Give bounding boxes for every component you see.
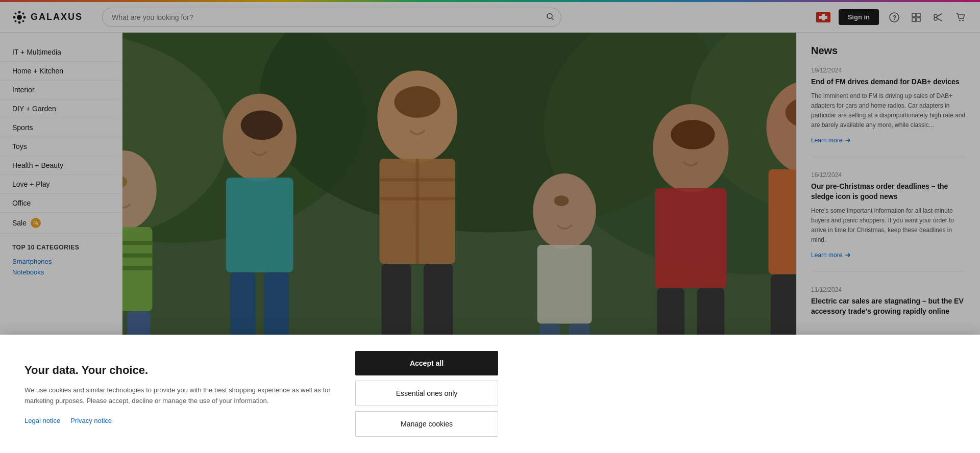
manage-cookies-button[interactable]: Manage cookies	[355, 411, 498, 437]
legal-notice-link[interactable]: Legal notice	[24, 417, 60, 424]
essential-only-button[interactable]: Essential ones only	[355, 381, 498, 406]
cookie-text: We use cookies and similar technologies …	[24, 385, 331, 407]
accept-all-button[interactable]: Accept all	[355, 351, 498, 375]
cookie-consent-banner: Your data. Your choice. We use cookies a…	[0, 335, 980, 453]
privacy-notice-link[interactable]: Privacy notice	[70, 417, 112, 424]
cookie-buttons: Accept all Essential ones only Manage co…	[355, 351, 498, 437]
cookie-links: Legal notice Privacy notice	[24, 417, 331, 424]
cookie-content: Your data. Your choice. We use cookies a…	[24, 363, 331, 424]
cookie-title: Your data. Your choice.	[24, 363, 331, 378]
